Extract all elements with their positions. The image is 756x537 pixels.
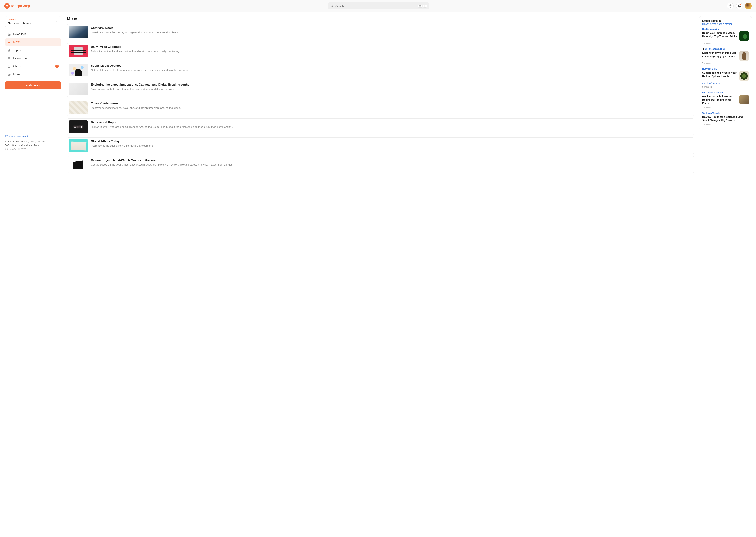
mix-thumbnail xyxy=(69,45,88,58)
mix-title: Daily World Report xyxy=(91,121,233,124)
link-more[interactable]: More ⌄ xyxy=(34,144,42,146)
mix-thumbnail xyxy=(69,83,88,95)
post-source: Mindfulness Matters xyxy=(702,91,749,94)
mix-description: Latest news from the media, our organisa… xyxy=(91,30,178,34)
post-source: Wellness Weekly xyxy=(702,112,749,114)
notifications-button[interactable] xyxy=(736,3,743,9)
link-general-questions[interactable]: General Questions xyxy=(12,144,32,146)
nav-label: Chats xyxy=(13,65,21,68)
mix-thumbnail xyxy=(69,158,88,171)
nav-chats[interactable]: Chats 2 xyxy=(5,62,61,70)
mix-title: Daily Press Clippings xyxy=(91,45,179,49)
search-shortcut: ⌘F xyxy=(418,5,427,8)
link-privacy[interactable]: Privacy Policy xyxy=(21,140,36,143)
pin-icon xyxy=(7,57,11,60)
footer-links-row-1: Terms of Use Privacy Policy Imprint xyxy=(5,140,61,143)
nav-label: Pinned mix xyxy=(13,57,27,60)
post-thumbnail xyxy=(739,31,749,41)
mix-thumbnail xyxy=(69,120,88,133)
mix-title: Company News xyxy=(91,26,178,30)
chevron-down-icon xyxy=(56,20,59,23)
mix-description: International Relations: Key Diplomatic … xyxy=(91,144,153,148)
post-thumbnail xyxy=(739,51,749,61)
mix-card[interactable]: Global Affairs Today International Relat… xyxy=(67,137,694,154)
nav-label: Mixes xyxy=(13,41,21,44)
mix-list: Company News Latest news from the media,… xyxy=(67,24,694,173)
panel-header[interactable]: Latest posts in Health & Wellness Networ… xyxy=(702,19,749,25)
user-avatar[interactable] xyxy=(745,3,752,9)
main-content: Mixes Company News Latest news from the … xyxy=(67,16,694,173)
notification-dot-icon xyxy=(740,4,741,5)
chats-badge: 2 xyxy=(55,64,59,68)
mix-card[interactable]: Daily World Report Human Rights: Progres… xyxy=(67,118,694,135)
mixes-icon xyxy=(7,40,11,44)
mix-card[interactable]: Daily Press Clippings Follow the nationa… xyxy=(67,43,694,59)
channel-selector[interactable]: Channel News feed channel xyxy=(5,16,61,27)
nav-mixes[interactable]: Mixes xyxy=(5,38,61,46)
mix-card[interactable]: Cinema Digest. Must-Watch Movies of the … xyxy=(67,156,694,173)
link-faq[interactable]: FAQ xyxy=(5,144,10,146)
mix-description: Discover new destinations, travel tips, … xyxy=(91,106,181,110)
mix-card[interactable]: Company News Latest news from the media,… xyxy=(67,24,694,40)
chevron-circle-down-icon xyxy=(7,73,11,76)
mix-description: Get the scoop on the year's most anticip… xyxy=(91,163,233,167)
chevron-down-icon xyxy=(746,19,749,22)
gear-icon xyxy=(729,4,732,8)
settings-button[interactable] xyxy=(727,3,734,9)
nav-more[interactable]: More xyxy=(5,70,61,78)
nav-pinned-mix[interactable]: Pinned mix xyxy=(5,55,61,62)
chevron-down-icon: ⌄ xyxy=(40,145,42,146)
svg-rect-4 xyxy=(8,43,10,43)
mix-card[interactable]: Travel & Adventure Discover new destinat… xyxy=(67,100,694,116)
post-thumbnail xyxy=(739,95,749,104)
search-input[interactable] xyxy=(335,5,416,8)
mix-description: Get the latest updates from our various … xyxy=(91,68,190,72)
brand-name: MegaCorp xyxy=(11,4,30,8)
channel-value: News feed channel xyxy=(8,22,58,25)
mix-title: Global Affairs Today xyxy=(91,140,153,143)
add-content-button[interactable]: Add content xyxy=(5,81,61,89)
chat-icon xyxy=(7,64,11,68)
svg-rect-3 xyxy=(8,41,10,42)
mix-title: Exploring the Latest Innovations, Gadget… xyxy=(91,83,189,86)
post-source: @FitnessGuruBlog xyxy=(702,48,749,50)
mix-thumbnail xyxy=(69,139,88,152)
mix-card[interactable]: Exploring the Latest Innovations, Gadget… xyxy=(67,81,694,97)
post-item[interactable]: Wellness Weekly Healthy Habits for a Bal… xyxy=(702,112,749,126)
svg-line-8 xyxy=(10,49,10,52)
post-item[interactable]: Mindfulness Matters Meditation Technique… xyxy=(702,91,749,109)
post-tags: #health #wellness xyxy=(702,82,749,84)
nav-topics[interactable]: Topics xyxy=(5,46,61,54)
post-source: Nutrition Daily xyxy=(702,68,749,70)
admin-dashboard-link[interactable]: Admin dashboard xyxy=(5,135,61,137)
brand-logo[interactable]: M MegaCorp xyxy=(4,3,30,9)
mix-description: Stay updated with the latest in technolo… xyxy=(91,87,189,91)
channel-label: Channel xyxy=(8,19,58,21)
mix-description: Follow the national and international me… xyxy=(91,49,179,53)
footer-links-row-2: FAQ General Questions More ⌄ xyxy=(5,144,61,146)
link-imprint[interactable]: Imprint xyxy=(38,140,46,143)
svg-point-0 xyxy=(331,5,333,7)
mix-title: Social Media Updates xyxy=(91,64,190,67)
search-input-wrap[interactable]: ⌘F xyxy=(328,2,429,10)
nav-label: News feed xyxy=(13,32,26,36)
search-icon xyxy=(330,4,334,8)
nav-news-feed[interactable]: News feed xyxy=(5,30,61,38)
nav-label: More xyxy=(13,73,20,76)
link-terms[interactable]: Terms of Use xyxy=(5,140,19,143)
post-thumbnail xyxy=(739,71,749,81)
latest-posts-panel: Latest posts in Health & Wellness Networ… xyxy=(699,16,752,129)
post-item[interactable]: @FitnessGuruBlog Start your day with thi… xyxy=(702,48,749,64)
post-time: 5 min ago xyxy=(702,62,749,64)
toggle-icon xyxy=(5,135,8,137)
mix-thumbnail xyxy=(69,102,88,114)
post-item[interactable]: Health Magazine Boost Your Immune System… xyxy=(702,28,749,45)
svg-point-2 xyxy=(730,6,731,7)
x-twitter-icon xyxy=(702,48,704,50)
post-item[interactable]: Nutrition Daily Superfoods You Need in Y… xyxy=(702,68,749,88)
sidebar-nav: News feed Mixes Topics Pinned mix Chats … xyxy=(5,30,61,78)
mix-card[interactable]: Social Media Updates Get the latest upda… xyxy=(67,62,694,78)
panel-title: Latest posts in xyxy=(702,19,732,22)
brand-logo-icon: M xyxy=(4,3,10,9)
post-title: Meditation Techniques for Beginners: Fin… xyxy=(702,95,737,105)
